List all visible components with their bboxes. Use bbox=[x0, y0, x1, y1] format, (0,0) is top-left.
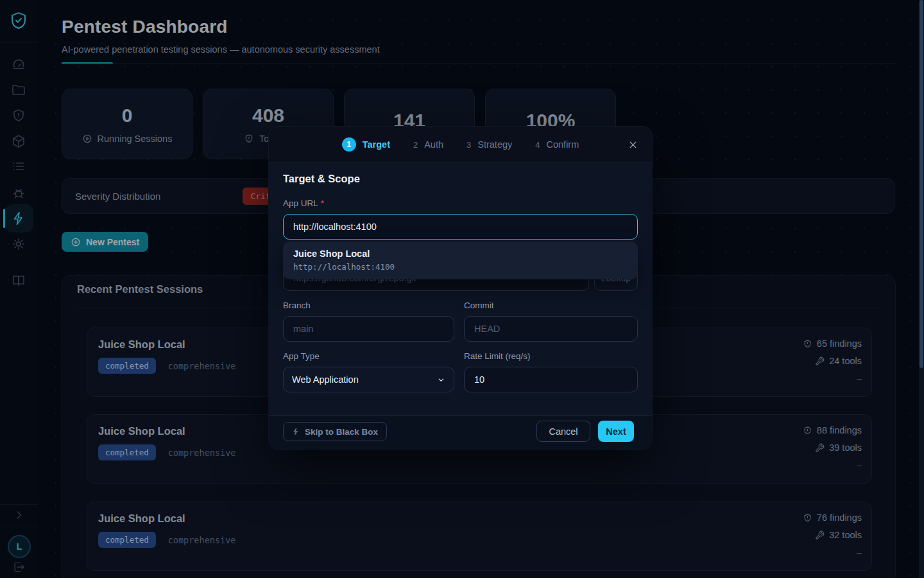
app-type-value: Web Application bbox=[292, 374, 359, 385]
scrollbar-thumb[interactable] bbox=[920, 0, 923, 368]
new-pentest-modal: 1 Target 2 Auth 3 Strategy 4 Confirm Tar… bbox=[269, 127, 652, 450]
section-title: Target & Scope bbox=[283, 173, 360, 185]
close-icon bbox=[628, 139, 638, 150]
url-suggestion-item[interactable]: Juice Shop Local http://localhost:4100 bbox=[283, 241, 638, 279]
suggestion-name: Juice Shop Local bbox=[293, 249, 628, 259]
commit-label: Commit bbox=[464, 301, 494, 310]
next-button[interactable]: Next bbox=[598, 421, 634, 442]
bolt-icon bbox=[292, 428, 300, 435]
skip-label: Skip to Black Box bbox=[305, 427, 378, 437]
pentest-dashboard-screen: L Pentest Dashboard AI-powered penetrati… bbox=[0, 0, 924, 578]
required-mark: * bbox=[321, 198, 324, 208]
branch-input[interactable] bbox=[283, 316, 454, 342]
rate-limit-input[interactable] bbox=[464, 367, 638, 392]
step-label: Strategy bbox=[477, 139, 512, 150]
modal-footer: Skip to Black Box Cancel Next bbox=[269, 415, 652, 450]
app-type-label: App Type bbox=[283, 351, 320, 361]
wizard-step-strategy[interactable]: 3 Strategy bbox=[466, 139, 512, 150]
step-number: 1 bbox=[342, 137, 356, 152]
step-label: Target bbox=[363, 139, 390, 150]
commit-input[interactable] bbox=[464, 316, 638, 342]
close-button[interactable] bbox=[624, 136, 642, 153]
step-label: Auth bbox=[424, 139, 443, 150]
chevron-down-icon bbox=[437, 376, 445, 384]
wizard-step-auth[interactable]: 2 Auth bbox=[413, 139, 443, 150]
skip-to-black-box-button[interactable]: Skip to Black Box bbox=[283, 422, 387, 441]
wizard-step-target[interactable]: 1 Target bbox=[342, 137, 390, 152]
app-type-select[interactable]: Web Application bbox=[283, 367, 454, 392]
branch-label: Branch bbox=[283, 301, 311, 310]
suggestion-url: http://localhost:4100 bbox=[293, 262, 628, 272]
app-url-input[interactable] bbox=[283, 214, 638, 240]
scrollbar-track[interactable] bbox=[919, 0, 924, 578]
wizard-step-confirm[interactable]: 4 Confirm bbox=[535, 139, 579, 150]
step-number: 2 bbox=[413, 140, 418, 150]
step-number: 3 bbox=[466, 140, 471, 150]
step-label: Confirm bbox=[547, 139, 579, 150]
cancel-button[interactable]: Cancel bbox=[536, 421, 590, 442]
app-url-label: App URL* bbox=[283, 198, 324, 208]
step-number: 4 bbox=[535, 140, 540, 150]
wizard-steps: 1 Target 2 Auth 3 Strategy 4 Confirm bbox=[269, 127, 652, 163]
rate-limit-label: Rate Limit (req/s) bbox=[464, 351, 531, 361]
